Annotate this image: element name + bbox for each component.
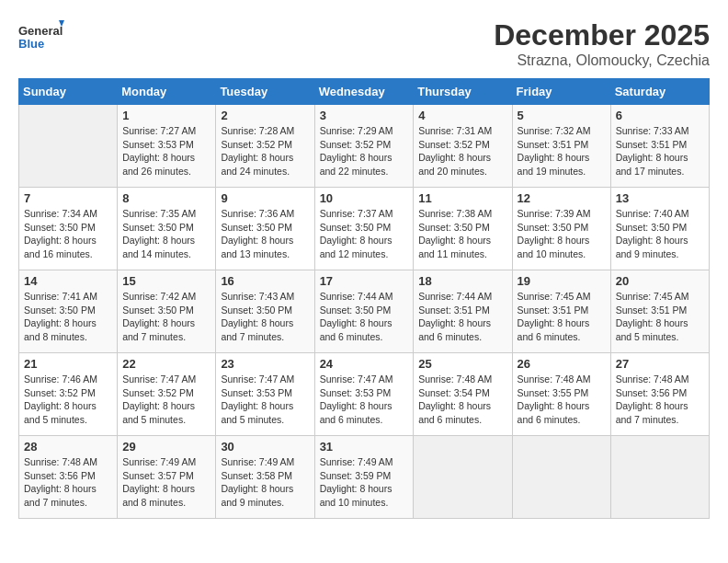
day-info: Sunrise: 7:38 AM Sunset: 3:50 PM Dayligh…: [418, 207, 506, 261]
title-block: December 2025 Strazna, Olomoucky, Czechi…: [494, 18, 710, 69]
day-info: Sunrise: 7:43 AM Sunset: 3:50 PM Dayligh…: [221, 290, 309, 344]
calendar-cell: [19, 105, 118, 188]
calendar-cell: 11 Sunrise: 7:38 AM Sunset: 3:50 PM Dayl…: [414, 188, 512, 270]
day-number: 13: [616, 191, 704, 205]
calendar-cell: 7 Sunrise: 7:34 AM Sunset: 3:50 PM Dayli…: [19, 188, 118, 270]
calendar-cell: 21 Sunrise: 7:46 AM Sunset: 3:52 PM Dayl…: [19, 353, 118, 436]
logo: General Blue: [18, 18, 64, 59]
day-number: 12: [518, 191, 606, 205]
calendar-cell: 4 Sunrise: 7:31 AM Sunset: 3:52 PM Dayli…: [414, 105, 512, 188]
day-info: Sunrise: 7:36 AM Sunset: 3:50 PM Dayligh…: [221, 207, 309, 261]
day-info: Sunrise: 7:34 AM Sunset: 3:50 PM Dayligh…: [24, 207, 112, 261]
calendar-cell: [610, 436, 709, 519]
calendar-cell: 5 Sunrise: 7:32 AM Sunset: 3:51 PM Dayli…: [512, 105, 610, 188]
day-info: Sunrise: 7:48 AM Sunset: 3:56 PM Dayligh…: [616, 373, 704, 427]
day-number: 17: [320, 274, 409, 288]
calendar-cell: 1 Sunrise: 7:27 AM Sunset: 3:53 PM Dayli…: [118, 105, 216, 188]
month-title: December 2025: [494, 18, 710, 52]
day-info: Sunrise: 7:27 AM Sunset: 3:53 PM Dayligh…: [122, 124, 210, 178]
calendar-cell: 20 Sunrise: 7:45 AM Sunset: 3:51 PM Dayl…: [610, 270, 709, 353]
day-info: Sunrise: 7:42 AM Sunset: 3:50 PM Dayligh…: [122, 290, 210, 344]
day-info: Sunrise: 7:33 AM Sunset: 3:51 PM Dayligh…: [616, 124, 704, 178]
calendar-cell: 15 Sunrise: 7:42 AM Sunset: 3:50 PM Dayl…: [118, 270, 216, 353]
day-info: Sunrise: 7:35 AM Sunset: 3:50 PM Dayligh…: [122, 207, 210, 261]
day-info: Sunrise: 7:49 AM Sunset: 3:57 PM Dayligh…: [122, 455, 210, 510]
day-info: Sunrise: 7:41 AM Sunset: 3:50 PM Dayligh…: [24, 290, 112, 344]
calendar-cell: 3 Sunrise: 7:29 AM Sunset: 3:52 PM Dayli…: [314, 105, 414, 188]
day-info: Sunrise: 7:48 AM Sunset: 3:56 PM Dayligh…: [24, 455, 112, 510]
calendar: SundayMondayTuesdayWednesdayThursdayFrid…: [18, 78, 710, 519]
calendar-cell: 12 Sunrise: 7:39 AM Sunset: 3:50 PM Dayl…: [512, 188, 610, 270]
day-number: 24: [320, 357, 409, 371]
weekday-header-saturday: Saturday: [610, 79, 709, 105]
weekday-header-wednesday: Wednesday: [314, 79, 414, 105]
day-number: 30: [221, 440, 309, 454]
calendar-cell: 28 Sunrise: 7:48 AM Sunset: 3:56 PM Dayl…: [19, 436, 118, 519]
day-number: 26: [518, 357, 606, 371]
day-number: 1: [122, 109, 210, 122]
calendar-cell: 26 Sunrise: 7:48 AM Sunset: 3:55 PM Dayl…: [512, 353, 610, 436]
day-number: 15: [122, 274, 210, 288]
day-info: Sunrise: 7:29 AM Sunset: 3:52 PM Dayligh…: [320, 124, 409, 178]
day-info: Sunrise: 7:45 AM Sunset: 3:51 PM Dayligh…: [518, 290, 606, 344]
day-number: 11: [418, 191, 506, 205]
calendar-cell: 25 Sunrise: 7:48 AM Sunset: 3:54 PM Dayl…: [414, 353, 512, 436]
day-info: Sunrise: 7:39 AM Sunset: 3:50 PM Dayligh…: [518, 207, 606, 261]
day-number: 19: [518, 274, 606, 288]
day-number: 5: [518, 109, 606, 122]
day-info: Sunrise: 7:48 AM Sunset: 3:54 PM Dayligh…: [418, 373, 506, 427]
calendar-cell: 18 Sunrise: 7:44 AM Sunset: 3:51 PM Dayl…: [414, 270, 512, 353]
day-number: 20: [616, 274, 704, 288]
weekday-header-thursday: Thursday: [414, 79, 512, 105]
day-number: 14: [24, 274, 112, 288]
day-number: 16: [221, 274, 309, 288]
day-info: Sunrise: 7:47 AM Sunset: 3:52 PM Dayligh…: [122, 373, 210, 427]
calendar-cell: 30 Sunrise: 7:49 AM Sunset: 3:58 PM Dayl…: [216, 436, 314, 519]
weekday-header-friday: Friday: [512, 79, 610, 105]
day-number: 8: [122, 191, 210, 205]
calendar-cell: 14 Sunrise: 7:41 AM Sunset: 3:50 PM Dayl…: [19, 270, 118, 353]
calendar-cell: 6 Sunrise: 7:33 AM Sunset: 3:51 PM Dayli…: [610, 105, 709, 188]
day-info: Sunrise: 7:37 AM Sunset: 3:50 PM Dayligh…: [320, 207, 409, 261]
logo-svg: General Blue: [18, 18, 64, 59]
calendar-cell: 10 Sunrise: 7:37 AM Sunset: 3:50 PM Dayl…: [314, 188, 414, 270]
calendar-cell: 17 Sunrise: 7:44 AM Sunset: 3:50 PM Dayl…: [314, 270, 414, 353]
calendar-cell: 19 Sunrise: 7:45 AM Sunset: 3:51 PM Dayl…: [512, 270, 610, 353]
svg-text:Blue: Blue: [18, 37, 44, 51]
weekday-header-tuesday: Tuesday: [216, 79, 314, 105]
day-number: 22: [122, 357, 210, 371]
day-info: Sunrise: 7:45 AM Sunset: 3:51 PM Dayligh…: [616, 290, 704, 344]
day-info: Sunrise: 7:40 AM Sunset: 3:50 PM Dayligh…: [616, 207, 704, 261]
day-info: Sunrise: 7:44 AM Sunset: 3:50 PM Dayligh…: [320, 290, 409, 344]
location-subtitle: Strazna, Olomoucky, Czechia: [494, 52, 710, 69]
day-number: 6: [616, 109, 704, 122]
day-info: Sunrise: 7:49 AM Sunset: 3:59 PM Dayligh…: [320, 455, 409, 510]
day-number: 29: [122, 440, 210, 454]
day-info: Sunrise: 7:49 AM Sunset: 3:58 PM Dayligh…: [221, 455, 309, 510]
day-number: 31: [320, 440, 409, 454]
calendar-cell: 24 Sunrise: 7:47 AM Sunset: 3:53 PM Dayl…: [314, 353, 414, 436]
calendar-cell: 2 Sunrise: 7:28 AM Sunset: 3:52 PM Dayli…: [216, 105, 314, 188]
calendar-cell: 22 Sunrise: 7:47 AM Sunset: 3:52 PM Dayl…: [118, 353, 216, 436]
weekday-header-monday: Monday: [118, 79, 216, 105]
day-number: 23: [221, 357, 309, 371]
calendar-cell: [512, 436, 610, 519]
day-info: Sunrise: 7:28 AM Sunset: 3:52 PM Dayligh…: [221, 124, 309, 178]
day-number: 21: [24, 357, 112, 371]
calendar-cell: 23 Sunrise: 7:47 AM Sunset: 3:53 PM Dayl…: [216, 353, 314, 436]
calendar-cell: 13 Sunrise: 7:40 AM Sunset: 3:50 PM Dayl…: [610, 188, 709, 270]
day-info: Sunrise: 7:31 AM Sunset: 3:52 PM Dayligh…: [418, 124, 506, 178]
day-info: Sunrise: 7:32 AM Sunset: 3:51 PM Dayligh…: [518, 124, 606, 178]
svg-text:General: General: [18, 24, 63, 38]
weekday-header-sunday: Sunday: [19, 79, 118, 105]
day-number: 4: [418, 109, 506, 122]
day-number: 10: [320, 191, 409, 205]
day-number: 28: [24, 440, 112, 454]
calendar-cell: [414, 436, 512, 519]
day-number: 27: [616, 357, 704, 371]
day-number: 7: [24, 191, 112, 205]
day-info: Sunrise: 7:46 AM Sunset: 3:52 PM Dayligh…: [24, 373, 112, 427]
calendar-cell: 9 Sunrise: 7:36 AM Sunset: 3:50 PM Dayli…: [216, 188, 314, 270]
day-info: Sunrise: 7:44 AM Sunset: 3:51 PM Dayligh…: [418, 290, 506, 344]
day-info: Sunrise: 7:47 AM Sunset: 3:53 PM Dayligh…: [221, 373, 309, 427]
